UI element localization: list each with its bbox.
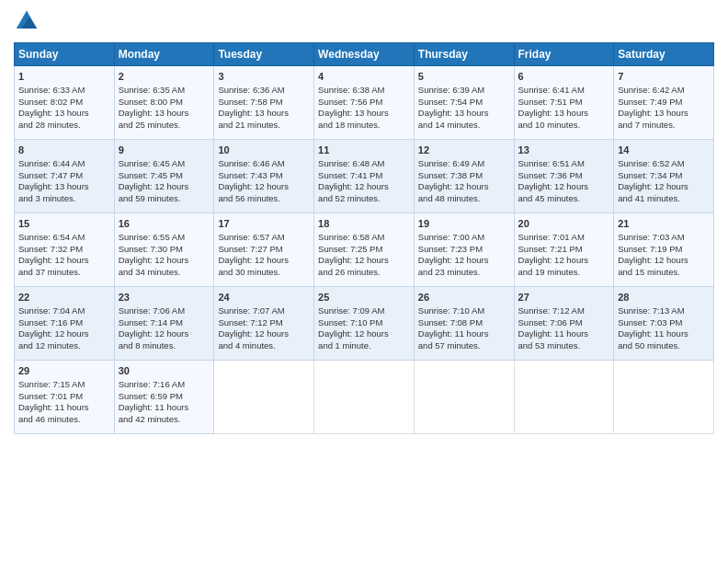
cell-line: Sunrise: 6:49 AM	[418, 158, 510, 170]
cell-line: Daylight: 12 hours	[518, 255, 610, 267]
cell-line: and 34 minutes.	[119, 267, 210, 279]
cell-line: Daylight: 12 hours	[318, 181, 410, 193]
cell-line: Daylight: 11 hours	[18, 402, 110, 414]
cell-line: Daylight: 13 hours	[119, 108, 210, 120]
day-number: 19	[418, 217, 510, 231]
day-number: 18	[318, 217, 410, 231]
calendar-cell: 15Sunrise: 6:54 AMSunset: 7:32 PMDayligh…	[15, 213, 115, 287]
calendar-cell: 28Sunrise: 7:13 AMSunset: 7:03 PMDayligh…	[614, 287, 714, 361]
cell-line: and 48 minutes.	[418, 193, 510, 205]
cell-line: Sunset: 7:10 PM	[318, 317, 410, 329]
day-number: 26	[418, 291, 510, 304]
cell-line: and 3 minutes.	[18, 193, 110, 205]
day-number: 16	[119, 217, 210, 231]
day-number: 6	[518, 70, 610, 84]
calendar-week-row: 8Sunrise: 6:44 AMSunset: 7:47 PMDaylight…	[15, 140, 714, 213]
cell-line: and 50 minutes.	[618, 340, 710, 352]
cell-line: Daylight: 13 hours	[518, 108, 610, 120]
day-number: 12	[418, 144, 510, 157]
cell-line: and 26 minutes.	[318, 267, 410, 279]
cell-line: Daylight: 12 hours	[318, 255, 410, 267]
day-number: 17	[218, 217, 310, 231]
cell-line: and 19 minutes.	[518, 267, 610, 279]
cell-line: Sunset: 7:19 PM	[618, 244, 710, 256]
calendar-cell: 6Sunrise: 6:41 AMSunset: 7:51 PMDaylight…	[514, 66, 614, 140]
cell-line: Sunset: 7:16 PM	[18, 317, 110, 329]
calendar-cell: 26Sunrise: 7:10 AMSunset: 7:08 PMDayligh…	[414, 287, 514, 361]
cell-line: Sunrise: 7:13 AM	[618, 305, 710, 317]
calendar-cell	[514, 361, 614, 434]
cell-line: Daylight: 12 hours	[218, 255, 310, 267]
calendar-cell: 22Sunrise: 7:04 AMSunset: 7:16 PMDayligh…	[15, 287, 115, 361]
cell-line: Daylight: 12 hours	[218, 328, 310, 340]
calendar-cell: 8Sunrise: 6:44 AMSunset: 7:47 PMDaylight…	[15, 140, 115, 213]
weekday-header: Tuesday	[214, 43, 314, 66]
cell-line: and 57 minutes.	[418, 340, 510, 352]
cell-line: Daylight: 12 hours	[119, 181, 210, 193]
day-number: 14	[618, 144, 710, 157]
day-number: 11	[318, 144, 410, 157]
cell-line: and 23 minutes.	[418, 267, 510, 279]
day-number: 8	[18, 144, 110, 157]
calendar-cell: 7Sunrise: 6:42 AMSunset: 7:49 PMDaylight…	[614, 66, 714, 140]
cell-line: Sunrise: 6:39 AM	[418, 85, 510, 97]
cell-line: Sunrise: 7:15 AM	[18, 379, 110, 391]
calendar-cell: 25Sunrise: 7:09 AMSunset: 7:10 PMDayligh…	[314, 287, 415, 361]
cell-line: Sunrise: 7:01 AM	[518, 232, 610, 244]
cell-line: Daylight: 13 hours	[18, 181, 110, 193]
cell-line: Sunset: 7:43 PM	[218, 170, 310, 182]
day-number: 2	[119, 70, 210, 84]
cell-line: Daylight: 12 hours	[518, 181, 610, 193]
cell-line: and 45 minutes.	[518, 193, 610, 205]
cell-line: Sunset: 7:51 PM	[518, 97, 610, 109]
cell-line: Daylight: 12 hours	[218, 181, 310, 193]
calendar-cell: 13Sunrise: 6:51 AMSunset: 7:36 PMDayligh…	[514, 140, 614, 213]
cell-line: Sunset: 7:49 PM	[618, 97, 710, 109]
cell-line: Daylight: 12 hours	[18, 255, 110, 267]
weekday-header: Saturday	[614, 43, 714, 66]
calendar-cell: 12Sunrise: 6:49 AMSunset: 7:38 PMDayligh…	[414, 140, 514, 213]
cell-line: Sunrise: 6:33 AM	[18, 85, 110, 97]
cell-line: Daylight: 12 hours	[119, 255, 210, 267]
cell-line: Daylight: 13 hours	[618, 108, 710, 120]
cell-line: Daylight: 12 hours	[418, 181, 510, 193]
cell-line: Sunrise: 7:12 AM	[518, 305, 610, 317]
cell-line: Sunrise: 6:54 AM	[18, 232, 110, 244]
cell-line: and 8 minutes.	[119, 340, 210, 352]
calendar-week-row: 29Sunrise: 7:15 AMSunset: 7:01 PMDayligh…	[15, 361, 714, 434]
day-number: 23	[119, 291, 210, 304]
calendar-cell: 29Sunrise: 7:15 AMSunset: 7:01 PMDayligh…	[15, 361, 115, 434]
cell-line: Sunset: 7:12 PM	[218, 317, 310, 329]
cell-line: Sunset: 7:23 PM	[418, 244, 510, 256]
calendar-cell: 17Sunrise: 6:57 AMSunset: 7:27 PMDayligh…	[214, 213, 314, 287]
cell-line: Sunset: 7:32 PM	[18, 244, 110, 256]
calendar-week-row: 1Sunrise: 6:33 AMSunset: 8:02 PMDaylight…	[15, 66, 714, 140]
cell-line: Sunset: 7:21 PM	[518, 244, 610, 256]
calendar-cell: 14Sunrise: 6:52 AMSunset: 7:34 PMDayligh…	[614, 140, 714, 213]
calendar-cell	[414, 361, 514, 434]
cell-line: Sunset: 7:03 PM	[618, 317, 710, 329]
cell-line: Sunset: 7:56 PM	[318, 97, 410, 109]
day-number: 29	[18, 364, 110, 378]
cell-line: and 46 minutes.	[18, 414, 110, 426]
cell-line: and 1 minute.	[318, 340, 410, 352]
cell-line: Daylight: 13 hours	[418, 108, 510, 120]
day-number: 9	[119, 144, 210, 157]
cell-line: Sunrise: 6:38 AM	[318, 85, 410, 97]
weekday-header: Thursday	[414, 43, 514, 66]
cell-line: Sunrise: 7:16 AM	[119, 379, 210, 391]
cell-line: Daylight: 11 hours	[518, 328, 610, 340]
day-number: 24	[218, 291, 310, 304]
cell-line: Sunrise: 6:44 AM	[18, 158, 110, 170]
cell-line: Sunset: 7:14 PM	[119, 317, 210, 329]
cell-line: Sunrise: 6:35 AM	[119, 85, 210, 97]
calendar-cell	[214, 361, 314, 434]
cell-line: Sunrise: 6:52 AM	[618, 158, 710, 170]
cell-line: Daylight: 13 hours	[218, 108, 310, 120]
calendar-cell: 2Sunrise: 6:35 AMSunset: 8:00 PMDaylight…	[114, 66, 214, 140]
cell-line: Daylight: 12 hours	[418, 255, 510, 267]
calendar-cell: 5Sunrise: 6:39 AMSunset: 7:54 PMDaylight…	[414, 66, 514, 140]
cell-line: Sunrise: 6:57 AM	[218, 232, 310, 244]
page-container: SundayMondayTuesdayWednesdayThursdayFrid…	[0, 0, 728, 443]
cell-line: and 12 minutes.	[18, 340, 110, 352]
